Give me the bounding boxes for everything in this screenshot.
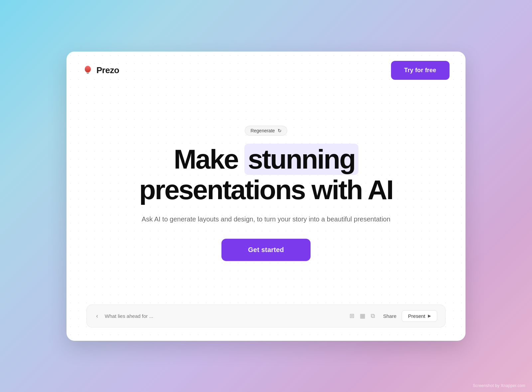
try-free-button[interactable]: Try for free bbox=[391, 61, 450, 80]
hero-subtitle: Ask AI to generate layouts and design, t… bbox=[142, 214, 390, 224]
watermark: Screenshot by Xnapper.com bbox=[473, 383, 525, 388]
preview-input[interactable] bbox=[105, 313, 349, 319]
play-icon: ▶ bbox=[428, 314, 431, 318]
present-button[interactable]: Present ▶ bbox=[402, 310, 437, 322]
copy-icon[interactable]: ⧉ bbox=[371, 313, 375, 320]
svg-rect-2 bbox=[86, 72, 89, 73]
preview-icons: ⊞ ▦ ⧉ bbox=[349, 312, 375, 320]
hero-heading: Make stunning presentations with AI bbox=[139, 144, 393, 205]
logo: Prezo bbox=[82, 65, 119, 75]
hero-heading-line1: Make stunning bbox=[139, 144, 393, 175]
regenerate-icon: ↻ bbox=[278, 128, 282, 133]
preview-actions: Share Present ▶ bbox=[383, 310, 437, 322]
hero-heading-make: Make bbox=[174, 144, 244, 174]
hero-heading-line2: presentations with AI bbox=[139, 175, 393, 205]
regenerate-badge[interactable]: Regenerate ↻ bbox=[245, 126, 287, 136]
svg-rect-3 bbox=[87, 73, 89, 74]
preview-back-button[interactable]: ‹ bbox=[95, 311, 99, 321]
logo-text: Prezo bbox=[96, 65, 119, 75]
get-started-button[interactable]: Get started bbox=[221, 239, 311, 261]
regenerate-label: Regenerate bbox=[250, 128, 275, 133]
present-label: Present bbox=[408, 313, 425, 319]
svg-point-1 bbox=[85, 66, 91, 72]
preview-bar: ‹ ⊞ ▦ ⧉ Share Present ▶ bbox=[86, 305, 446, 327]
share-button[interactable]: Share bbox=[383, 313, 396, 319]
hero-section: Regenerate ↻ Make stunning presentations… bbox=[66, 82, 466, 305]
layout-icon[interactable]: ▦ bbox=[360, 312, 365, 320]
main-card: Prezo Try for free Regenerate ↻ Make stu… bbox=[66, 52, 466, 341]
hero-heading-highlight: stunning bbox=[244, 144, 358, 175]
grid-icon[interactable]: ⊞ bbox=[349, 312, 354, 320]
logo-icon bbox=[82, 65, 93, 75]
